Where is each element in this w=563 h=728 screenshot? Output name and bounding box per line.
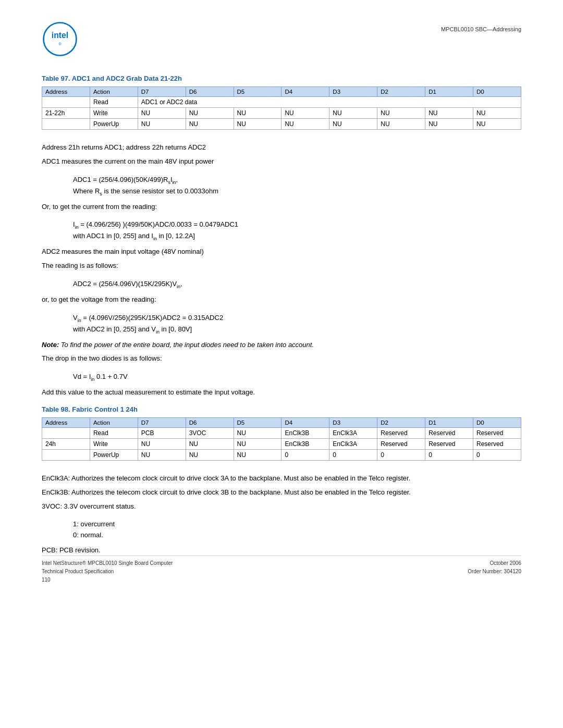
cell-d6: NU xyxy=(186,108,234,119)
content-adc2: ADC2 measures the main input voltage (48… xyxy=(42,246,521,272)
cell-action: Write xyxy=(90,439,138,450)
cell-action: Read xyxy=(90,97,138,108)
footer-left: Intel NetStructure® MPCBL0010 Single Boa… xyxy=(42,559,173,584)
cell-action: Write xyxy=(90,108,138,119)
table-row: 21-22h Write NU NU NU NU NU NU NU NU xyxy=(42,108,521,119)
cell-d3: NU xyxy=(329,108,377,119)
para-adc-address: Address 21h returns ADC1; address 22h re… xyxy=(42,142,521,153)
col-header-d5: D5 xyxy=(234,87,282,97)
footer-date: October 2006 xyxy=(468,559,521,567)
cell-d6: NU xyxy=(186,119,234,130)
cell-d0: NU xyxy=(473,119,521,130)
cell-address xyxy=(42,119,90,130)
col-header-d1: D1 xyxy=(425,87,473,97)
cell-d7: NU xyxy=(138,108,186,119)
cell-d1: Reserved xyxy=(425,439,473,450)
col-header-d7: D7 xyxy=(138,87,186,97)
formula-diodes: Vd = Iin 0.1 + 0.7V xyxy=(73,372,521,383)
list-3voc: 1: overcurrent 0: normal. xyxy=(73,519,521,541)
cell-d7: NU xyxy=(138,439,186,450)
content-97: Address 21h returns ADC1; address 22h re… xyxy=(42,142,521,167)
formula-current: Iin = (4.096/256) )(499/50K)ADC/0.0033 =… xyxy=(73,219,521,242)
content-voltage: or, to get the voltage from the reading: xyxy=(42,294,521,305)
col-header-action: Action xyxy=(90,418,138,428)
table-97-title: Table 97. ADC1 and ADC2 Grab Data 21-22h xyxy=(42,75,521,82)
content-add-value: Add this value to the actual measurement… xyxy=(42,387,521,398)
header-ref: MPCBL0010 SBC—Addressing xyxy=(441,21,521,32)
cell-d2: 0 xyxy=(377,450,425,461)
content-or-current: Or, to get the current from the reading: xyxy=(42,202,521,213)
footer-company: Intel NetStructure® MPCBL0010 Single Boa… xyxy=(42,559,173,567)
footer-page-num: 110 xyxy=(42,576,173,584)
col-header-action: Action xyxy=(90,87,138,97)
table-98-section: Table 98. Fabric Control 1 24h Address A… xyxy=(42,405,521,461)
cell-d0: 0 xyxy=(473,450,521,461)
cell-address: 24h xyxy=(42,439,90,450)
col-header-d0: D0 xyxy=(473,418,521,428)
cell-action: PowerUp xyxy=(90,119,138,130)
cell-d7: PCB xyxy=(138,428,186,439)
footer-doc-type: Technical Product Specification xyxy=(42,567,173,576)
cell-d5: NU xyxy=(234,439,282,450)
cell-d3: EnClk3A xyxy=(329,439,377,450)
table-row: PowerUp NU NU NU 0 0 0 0 0 xyxy=(42,450,521,461)
table-98-title: Table 98. Fabric Control 1 24h xyxy=(42,405,521,413)
table-97: Address Action D7 D6 D5 D4 D3 D2 D1 D0 R… xyxy=(42,87,521,130)
formula-voltage: Vin = (4.096V/256)(295K/15K)ADC2 = 0.315… xyxy=(73,313,521,336)
col-header-address: Address xyxy=(42,87,90,97)
col-header-d4: D4 xyxy=(282,87,329,97)
cell-d5: NU xyxy=(234,450,282,461)
table-row: Read PCB 3VOC NU EnClk3B EnClk3A Reserve… xyxy=(42,428,521,439)
cell-address xyxy=(42,97,90,108)
cell-data: ADC1 or ADC2 data xyxy=(138,97,521,108)
cell-address xyxy=(42,450,90,461)
cell-d1: 0 xyxy=(425,450,473,461)
footer-right: October 2006 Order Number: 304120 xyxy=(468,559,521,584)
cell-d4: NU xyxy=(282,119,329,130)
cell-d2: Reserved xyxy=(377,439,425,450)
content-98: EnClk3A: Authorizes the telecom clock ci… xyxy=(42,473,521,512)
cell-address xyxy=(42,428,90,439)
para-3voc: 3VOC: 3.3V overcurrent status. xyxy=(42,501,521,512)
svg-text:®: ® xyxy=(58,42,62,46)
cell-d3: 0 xyxy=(329,450,377,461)
logo-container: intel ® xyxy=(42,21,83,59)
svg-text:intel: intel xyxy=(52,31,68,40)
para-pcb: PCB: PCB revision. xyxy=(42,545,521,556)
cell-d5: NU xyxy=(234,119,282,130)
cell-d1: NU xyxy=(425,119,473,130)
formula-adc2: ADC2 = (256/4.096V)(15K/295K)Vin, xyxy=(73,279,521,290)
page-header: intel ® MPCBL0010 SBC—Addressing xyxy=(42,21,521,59)
intel-logo: intel ® xyxy=(42,21,78,57)
cell-d6: NU xyxy=(186,450,234,461)
col-header-d1: D1 xyxy=(425,418,473,428)
cell-d5: NU xyxy=(234,428,282,439)
col-header-d3: D3 xyxy=(329,418,377,428)
cell-d1: Reserved xyxy=(425,428,473,439)
cell-address: 21-22h xyxy=(42,108,90,119)
cell-d0: Reserved xyxy=(473,428,521,439)
cell-d4: 0 xyxy=(282,450,329,461)
col-header-d6: D6 xyxy=(186,418,234,428)
cell-d2: NU xyxy=(377,108,425,119)
cell-action: Read xyxy=(90,428,138,439)
cell-d4: EnClk3B xyxy=(282,428,329,439)
cell-d0: Reserved xyxy=(473,439,521,450)
para-enclk3a: EnClk3A: Authorizes the telecom clock ci… xyxy=(42,473,521,484)
cell-d4: EnClk3B xyxy=(282,439,329,450)
cell-d3: NU xyxy=(329,119,377,130)
footer-order: Order Number: 304120 xyxy=(468,567,521,576)
page-footer: Intel NetStructure® MPCBL0010 Single Boa… xyxy=(42,556,521,584)
cell-d0: NU xyxy=(473,108,521,119)
content-pcb: PCB: PCB revision. xyxy=(42,545,521,556)
cell-d5: NU xyxy=(234,108,282,119)
col-header-d3: D3 xyxy=(329,87,377,97)
col-header-d4: D4 xyxy=(282,418,329,428)
cell-d1: NU xyxy=(425,108,473,119)
cell-d3: EnClk3A xyxy=(329,428,377,439)
col-header-d7: D7 xyxy=(138,418,186,428)
cell-d4: NU xyxy=(282,108,329,119)
cell-d2: NU xyxy=(377,119,425,130)
table-98: Address Action D7 D6 D5 D4 D3 D2 D1 D0 R… xyxy=(42,417,521,461)
cell-d6: 3VOC xyxy=(186,428,234,439)
